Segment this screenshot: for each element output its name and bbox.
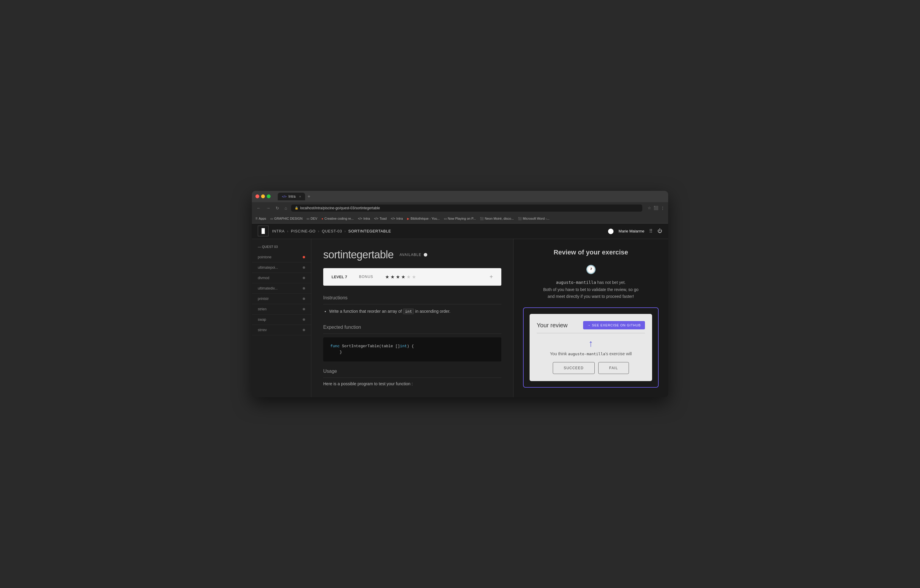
new-tab-button[interactable]: + (308, 194, 310, 199)
sidebar-item-pointone[interactable]: pointone (252, 252, 311, 262)
close-button[interactable] (256, 194, 259, 198)
status-dot (303, 266, 305, 269)
apps-icon: ⠿ (256, 217, 258, 220)
sidebar-item-strlen[interactable]: strlen (252, 304, 311, 314)
maximize-button[interactable] (267, 194, 270, 198)
review-message-1: has not bet yet. (598, 280, 626, 285)
review-message: augusto-mantilla has not bet yet. Both o… (523, 279, 659, 300)
sidebar-item-label: strrev (258, 328, 267, 332)
arrow-container: ↑ (537, 338, 645, 349)
bookmarks-bar: ⠿ Apps ▭ GRAPHIC DESIGN ▭ DEV ● Creative… (252, 214, 668, 224)
tab-code-icon: </> (282, 195, 287, 198)
succeed-button[interactable]: SUCCEED (553, 362, 595, 374)
url-text: localhost/intra/piscine-go/quest-03/sort… (300, 206, 380, 210)
reviewee-name: augusto-mantilla (568, 352, 605, 356)
back-button[interactable]: ← (256, 205, 262, 211)
review-card-inner: Your review → SEE EXERCISE ON GITHUB ↑ Y… (530, 314, 652, 381)
clock-icon: 🕐 (523, 264, 659, 274)
youtube-icon: ▶ (407, 217, 410, 220)
github-icon[interactable]: ⬤ (608, 228, 614, 234)
available-label: AVAILABLE (400, 253, 422, 257)
bookmark-dev[interactable]: ▭ DEV (306, 217, 317, 220)
address-bar: ← → ↻ ⌂ 🔒 localhost/intra/piscine-go/que… (252, 202, 668, 214)
url-bar[interactable]: 🔒 localhost/intra/piscine-go/quest-03/so… (291, 204, 642, 212)
content-area: sortintegertable AVAILABLE LEVEL 7 BONUS (311, 239, 668, 397)
sidebar-item-label: strlen (258, 307, 266, 311)
status-dot (303, 329, 305, 331)
reviewer-name: augusto-mantilla (556, 280, 596, 285)
star-icon[interactable]: ☆ (648, 206, 651, 210)
lock-icon: 🔒 (295, 206, 298, 210)
status-dot (303, 318, 305, 321)
status-dot (303, 287, 305, 290)
see-on-github-button[interactable]: → SEE EXERCISE ON GITHUB (583, 321, 645, 329)
code-int: int (403, 309, 414, 314)
app-container: ▐▌ INTRA › PISCINE-GO › QUEST-03 › SORTI… (252, 224, 668, 397)
breadcrumb-exercise: SORTINTEGERTABLE (348, 229, 391, 233)
top-nav: ▐▌ INTRA › PISCINE-GO › QUEST-03 › SORTI… (252, 224, 668, 239)
add-button[interactable]: + (489, 274, 493, 280)
word-icon: ⬛ (518, 217, 522, 220)
sidebar-item-printstr[interactable]: printstr (252, 294, 311, 304)
star-4: ★ (401, 274, 405, 280)
keyword-func: func (330, 344, 340, 348)
title-bar: </> Intra × + (252, 191, 668, 202)
extensions-icon[interactable]: ⬛ (654, 206, 658, 210)
logo-icon[interactable]: ▐▌ (258, 226, 269, 236)
level-value: LEVEL 7 (332, 275, 347, 279)
breadcrumb-intra[interactable]: INTRA (272, 229, 285, 233)
active-tab[interactable]: </> Intra × (278, 193, 305, 200)
home-button[interactable]: ⌂ (283, 205, 288, 211)
tab-title: Intra (288, 194, 296, 199)
breadcrumb-sep-3: › (344, 229, 346, 233)
usage-title: Usage (323, 369, 501, 378)
stars: ★ ★ ★ ★ ★ ★ (385, 274, 416, 280)
grid-icon[interactable]: ⠿ (649, 228, 653, 234)
bookmark-word[interactable]: ⬛ Microsoft Word -... (518, 217, 549, 220)
review-card-outer: Your review → SEE EXERCISE ON GITHUB ↑ Y… (523, 308, 659, 388)
sidebar-item-label: ultimatediv... (258, 286, 277, 290)
type-int: int (400, 344, 407, 348)
red-dot-icon: ● (321, 217, 323, 220)
refresh-button[interactable]: ↻ (274, 205, 280, 211)
main-content: — QUEST 03 pointone ultimatepoi... divmo… (252, 239, 668, 397)
sidebar-item-strrev[interactable]: strrev (252, 325, 311, 335)
power-icon[interactable]: ⏻ (658, 228, 662, 234)
think-text-2: 's exercise will (606, 352, 632, 356)
browser-window: </> Intra × + ← → ↻ ⌂ 🔒 localhost/intra/… (252, 191, 668, 397)
bookmark-youtube[interactable]: ▶ Bibliothèque - You... (407, 217, 440, 220)
sidebar-section-title: — QUEST 03 (252, 244, 311, 252)
tab-close-button[interactable]: × (299, 195, 301, 198)
available-badge: AVAILABLE (400, 253, 428, 257)
status-dot-red (303, 256, 305, 258)
breadcrumb-piscine[interactable]: PISCINE-GO (291, 229, 316, 233)
folder-icon: ▭ (270, 217, 273, 220)
bookmark-toad[interactable]: </> Toad (374, 217, 387, 220)
sidebar-item-label: divmod (258, 276, 269, 280)
forward-button[interactable]: → (265, 205, 272, 211)
bookmark-intra-1[interactable]: </> Intra (358, 217, 370, 220)
bookmark-apps[interactable]: ⠿ Apps (256, 217, 266, 220)
user-name: Marie Malarme (619, 229, 645, 233)
exercise-name: sortintegertable (323, 248, 394, 261)
more-icon[interactable]: ⋮ (661, 206, 664, 210)
bookmark-graphic-design[interactable]: ▭ GRAPHIC DESIGN (270, 217, 303, 220)
toolbar-icons: ☆ ⬛ ⋮ (648, 206, 664, 210)
breadcrumb: INTRA › PISCINE-GO › QUEST-03 › SORTINTE… (272, 229, 604, 233)
your-review-title: Your review (537, 322, 568, 329)
bookmark-intra-2[interactable]: </> Intra (391, 217, 403, 220)
sidebar-item-divmod[interactable]: divmod (252, 273, 311, 283)
sidebar-item-ultimatepoi[interactable]: ultimatepoi... (252, 262, 311, 273)
sidebar-item-ultimatediv[interactable]: ultimatediv... (252, 283, 311, 294)
bookmark-creative[interactable]: ● Creative coding re... (321, 217, 353, 220)
fail-button[interactable]: FAIL (598, 362, 629, 374)
available-dot (424, 253, 427, 256)
breadcrumb-quest[interactable]: QUEST-03 (322, 229, 342, 233)
bookmark-neon[interactable]: ⬛ Neon Moiré, disco... (480, 217, 514, 220)
review-message-3: and meet directly if you want to proceed… (548, 294, 634, 299)
minimize-button[interactable] (261, 194, 265, 198)
bookmark-nowplaying[interactable]: ▭ Now Playing on P... (444, 217, 476, 220)
sidebar-section-label: — QUEST 03 (258, 245, 278, 248)
think-text-1: You think (550, 352, 567, 356)
sidebar-item-swap[interactable]: swap (252, 314, 311, 325)
